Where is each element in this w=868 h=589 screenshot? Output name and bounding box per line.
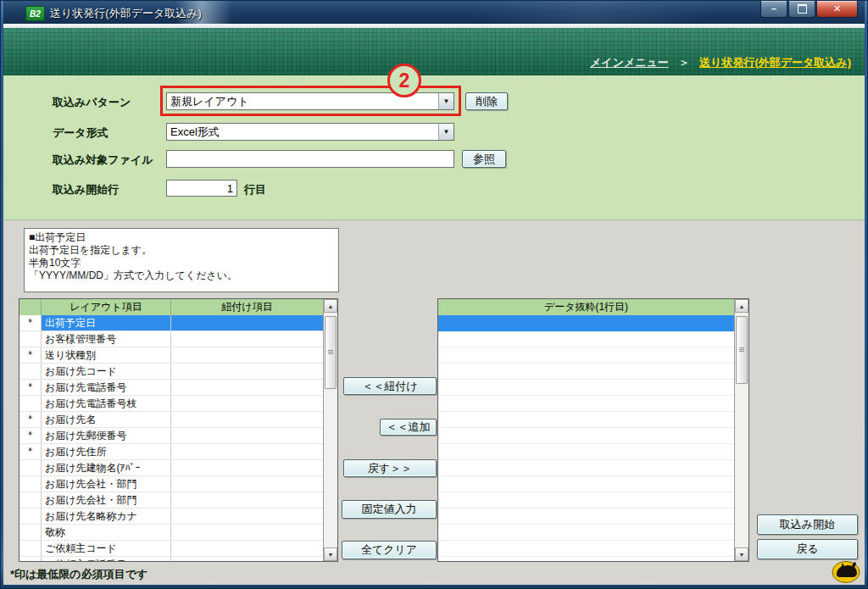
mapped-item-cell xyxy=(171,444,323,459)
layout-item-cell: お客様管理番号 xyxy=(42,331,171,347)
layout-table-row[interactable]: お届け先名略称カナ xyxy=(19,508,323,525)
extract-table-scrollbar[interactable]: ▲ ▼ xyxy=(734,299,748,561)
extract-table-row[interactable] xyxy=(438,315,734,331)
layout-table-scrollbar[interactable]: ▲ ▼ xyxy=(323,299,337,561)
extract-table-row[interactable] xyxy=(438,508,734,525)
layout-table-row[interactable]: お届け先会社・部門 xyxy=(19,476,323,492)
extract-table-row[interactable] xyxy=(438,476,734,492)
mapped-item-cell xyxy=(171,331,323,347)
delete-pattern-button[interactable]: 削除 xyxy=(465,92,508,110)
breadcrumb: メインメニュー ＞ 送り状発行(外部データ取込み) xyxy=(590,55,851,70)
extract-table-rows xyxy=(438,315,734,561)
chevron-down-icon[interactable]: ▼ xyxy=(438,124,453,140)
import-file-input[interactable] xyxy=(166,150,454,168)
breadcrumb-current-link[interactable]: 送り状発行(外部データ取込み) xyxy=(699,56,851,69)
extract-table-row[interactable] xyxy=(438,347,734,364)
extract-table-row[interactable] xyxy=(438,541,734,557)
layout-table-row[interactable]: お届け先会社・部門 xyxy=(19,492,323,508)
start-row-label: 取込み開始行 xyxy=(53,182,119,197)
extract-table-row[interactable] xyxy=(438,396,734,412)
extract-table-row[interactable] xyxy=(438,525,734,541)
layout-table-row[interactable]: お届け先電話番号枝 xyxy=(19,396,323,412)
layout-table-row[interactable]: お届け先コード xyxy=(19,364,323,380)
layout-table-row[interactable]: *お届け先住所 xyxy=(19,444,323,460)
import-pattern-label: 取込みパターン xyxy=(53,95,131,110)
close-button[interactable]: ✕ xyxy=(816,1,858,18)
required-column-header xyxy=(19,299,42,315)
layout-item-cell: 出荷予定日 xyxy=(42,315,171,331)
title-bar[interactable]: B2 送り状発行(外部データ取込み) － ✕ xyxy=(3,1,865,24)
mapped-item-cell xyxy=(171,541,323,556)
scroll-down-icon[interactable]: ▼ xyxy=(735,547,748,561)
mapped-item-cell xyxy=(171,364,323,379)
mapped-item-cell xyxy=(171,347,323,363)
extract-table-row[interactable] xyxy=(438,412,734,428)
extract-table-row[interactable] xyxy=(438,460,734,476)
layout-item-cell: お届け先建物名(ｱﾊﾟｰ xyxy=(42,460,171,475)
revert-item-button[interactable]: 戻す＞＞ xyxy=(343,459,437,477)
mapped-item-column-header: 紐付け項目 xyxy=(171,299,323,315)
layout-table-row[interactable]: *お届け先電話番号 xyxy=(19,380,323,396)
fixed-value-input-button[interactable]: 固定値入力 xyxy=(342,500,437,519)
maximize-icon xyxy=(798,4,807,14)
annotation-step-2: 2 xyxy=(387,64,421,97)
add-item-button[interactable]: ＜＜追加 xyxy=(380,419,437,436)
layout-table-row[interactable]: ご依頼主コード xyxy=(19,541,323,557)
scrollbar-thumb[interactable] xyxy=(736,316,748,384)
required-note: *印は最低限の必須項目です xyxy=(10,567,147,582)
layout-table-row[interactable]: *お届け先名 xyxy=(19,412,323,428)
extract-table-row[interactable] xyxy=(438,557,734,561)
browse-button[interactable]: 参照 xyxy=(462,150,506,168)
layout-item-cell: ご依頼主電話番号 xyxy=(42,557,171,561)
layout-item-column-header: レイアウト項目 xyxy=(42,299,171,315)
extract-table-row[interactable] xyxy=(438,428,734,444)
required-mark xyxy=(19,557,42,561)
mapped-item-cell xyxy=(171,476,323,492)
layout-table-row[interactable]: ご依頼主電話番号 xyxy=(19,557,323,561)
mapped-item-cell xyxy=(171,525,323,540)
scroll-up-icon[interactable]: ▲ xyxy=(735,299,748,313)
clear-all-button[interactable]: 全てクリア xyxy=(342,541,437,559)
data-extract-table: データ抜粋(1行目) ▲ ▼ xyxy=(437,298,749,562)
required-mark: * xyxy=(19,428,42,443)
field-description-box: ■出荷予定日 出荷予定日を指定します。 半角10文字 「YYYY/MM/DD」方… xyxy=(24,228,339,292)
bind-item-button[interactable]: ＜＜紐付け xyxy=(343,377,437,395)
back-button[interactable]: 戻る xyxy=(757,539,858,559)
scrollbar-grip-icon xyxy=(328,350,333,355)
scrollbar-thumb[interactable] xyxy=(325,316,337,389)
description-line: 「YYYY/MM/DD」方式で入力してください。 xyxy=(29,269,334,282)
start-row-input[interactable] xyxy=(166,180,237,197)
layout-table-row[interactable]: *送り状種別 xyxy=(19,347,323,364)
layout-table-row[interactable]: お届け先建物名(ｱﾊﾟｰ xyxy=(19,460,323,476)
layout-table-header: レイアウト項目 紐付け項目 xyxy=(19,299,323,316)
extract-table-row[interactable] xyxy=(438,364,734,380)
import-start-button[interactable]: 取込み開始 xyxy=(757,514,858,535)
header-banner: メインメニュー ＞ 送り状発行(外部データ取込み) xyxy=(3,28,865,75)
extract-table-row[interactable] xyxy=(438,380,734,396)
scroll-up-icon[interactable]: ▲ xyxy=(324,299,337,313)
minimize-button[interactable]: － xyxy=(760,1,787,18)
layout-table-row[interactable]: *お届け先郵便番号 xyxy=(19,428,323,444)
layout-table-row[interactable]: *出荷予定日 xyxy=(19,315,323,331)
required-mark: * xyxy=(19,380,42,395)
maximize-button[interactable] xyxy=(788,1,815,18)
required-mark xyxy=(19,331,42,347)
required-mark: * xyxy=(19,444,42,459)
required-mark xyxy=(19,364,42,379)
layout-item-cell: お届け先電話番号枝 xyxy=(42,396,171,411)
window-controls: － ✕ xyxy=(760,1,858,18)
required-mark xyxy=(19,541,42,556)
data-extract-header: データ抜粋(1行目) xyxy=(438,299,734,316)
layout-table-row[interactable]: お客様管理番号 xyxy=(19,331,323,347)
extract-table-row[interactable] xyxy=(438,444,734,460)
extract-table-row[interactable] xyxy=(438,331,734,347)
breadcrumb-main-menu-link[interactable]: メインメニュー xyxy=(590,56,669,69)
scroll-down-icon[interactable]: ▼ xyxy=(324,547,337,561)
layout-table-row[interactable]: 敬称 xyxy=(19,525,323,541)
layout-items-table: レイアウト項目 紐付け項目 *出荷予定日お客様管理番号*送り状種別お届け先コード… xyxy=(19,298,338,562)
extract-table-row[interactable] xyxy=(438,492,734,508)
chevron-down-icon[interactable]: ▼ xyxy=(438,93,453,109)
data-format-select[interactable]: Excel形式 ▼ xyxy=(166,123,454,141)
start-row-suffix: 行目 xyxy=(244,182,266,197)
layout-item-cell: お届け先電話番号 xyxy=(42,380,171,395)
